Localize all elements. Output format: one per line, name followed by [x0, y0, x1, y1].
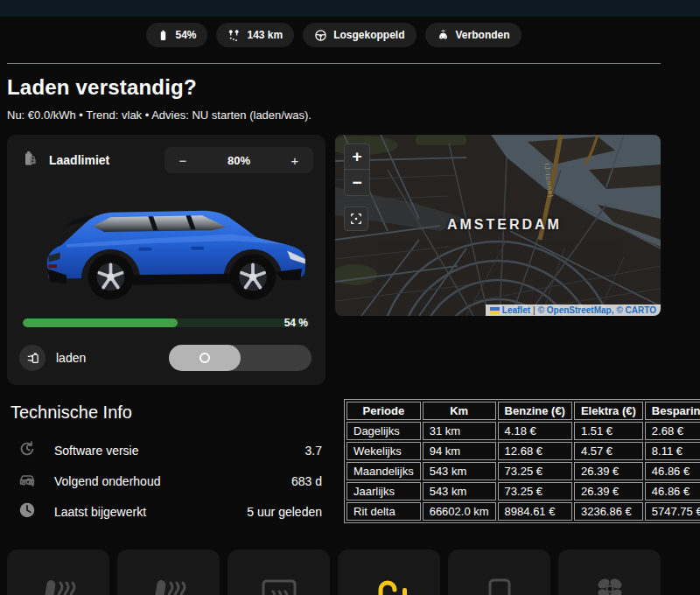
- window-defrost-icon: [258, 574, 300, 595]
- tech-value: 683 d: [291, 474, 322, 488]
- map-zoom-in-button[interactable]: +: [345, 144, 369, 170]
- tech-info-title: Technische Info: [10, 402, 326, 423]
- header-divider: [7, 63, 661, 64]
- clock-icon: [18, 500, 37, 523]
- tech-info-card: Technische Info Software versie 3.7: [7, 399, 326, 527]
- charging-toggle-label: laden: [56, 351, 169, 365]
- cell: 5747.75 €: [645, 502, 700, 521]
- battery-percent-label: 54 %: [284, 317, 308, 329]
- advice-subtitle: Nu: €0.0/kWh • Trend: vlak • Advies: NU …: [7, 108, 661, 122]
- route-icon: [228, 29, 241, 42]
- table-row: Maandelijks 543 km 73.25 € 26.39 € 46.86…: [346, 462, 700, 480]
- cell: 73.25 €: [498, 462, 572, 480]
- charge-limit-stepper: − 80% +: [164, 147, 313, 173]
- window-defrost-button[interactable]: Raam verwarming: [228, 550, 330, 595]
- cell: 26.39 €: [574, 462, 643, 480]
- action-tiles: Stoel links Stoel rechts: [7, 550, 661, 595]
- tech-label: Laatst bijgewerkt: [54, 505, 247, 519]
- cell: 543 km: [423, 482, 496, 500]
- tech-value: 3.7: [305, 444, 322, 458]
- connection-badge-label: Verbonden: [456, 29, 510, 41]
- window-icon: [479, 574, 521, 595]
- cell: Wekelijks: [346, 442, 421, 460]
- cell: 31 km: [423, 422, 496, 440]
- cell: 12.68 €: [498, 442, 572, 460]
- steering-wheel-icon: [314, 29, 327, 42]
- osm-link[interactable]: © OpenStreetMap,: [538, 305, 614, 315]
- connection-badge[interactable]: Verbonden: [425, 23, 522, 47]
- table-row: Jaarlijks 543 km 73.25 € 26.39 € 46.86 €: [346, 482, 700, 500]
- col-header: Besparing (€): [645, 402, 700, 420]
- toggle-handle: [169, 345, 241, 371]
- map-card[interactable]: + − AMSTERDAM IJ-tunnel Leaflet | © Open…: [335, 135, 661, 316]
- range-badge[interactable]: 143 km: [216, 23, 294, 47]
- cell: 46.86 €: [645, 482, 700, 500]
- climate-on-unlock-button[interactable]: Klimaat bij ontgrendelen: [338, 550, 440, 595]
- coupling-badge-label: Losgekoppeld: [333, 29, 404, 41]
- battery-lock-icon: [21, 149, 38, 172]
- cell: 2.68 €: [645, 422, 700, 440]
- map-city-label: AMSTERDAM: [447, 217, 562, 233]
- map-attribution: Leaflet | © OpenStreetMap, © CARTO: [486, 304, 661, 316]
- tech-item-updated[interactable]: Laatst bijgewerkt 5 uur geleden: [7, 496, 326, 527]
- top-strip: [0, 0, 700, 17]
- tech-value: 5 uur geleden: [247, 505, 322, 519]
- tech-label: Software versie: [54, 444, 305, 458]
- seat-heater-left-icon: [38, 574, 80, 595]
- tech-item-maintenance[interactable]: Volgend onderhoud 683 d: [7, 466, 326, 496]
- car-wrench-icon: [18, 470, 37, 493]
- cell: Rit delta: [346, 502, 421, 521]
- ac-fan-icon: A/C: [589, 574, 631, 595]
- col-header: Elektra (€): [574, 402, 643, 420]
- cell: 1.51 €: [574, 422, 643, 440]
- limit-value: 80%: [201, 154, 276, 167]
- battery-progress: 54 %: [23, 317, 310, 329]
- table-row: Dagelijks 31 km 4.18 € 1.51 € 2.68 €: [346, 422, 700, 440]
- cell: 26.39 €: [574, 482, 643, 500]
- battery-badge-label: 54%: [175, 29, 196, 41]
- cell: 8.11 €: [645, 442, 700, 460]
- seat-heater-right-button[interactable]: Stoel rechts: [117, 550, 220, 595]
- ukraine-flag-icon: [490, 307, 500, 314]
- battery-progress-fill: [23, 318, 178, 327]
- cell: Jaarlijks: [346, 482, 421, 500]
- page-title: Laden verstandig?: [7, 75, 661, 100]
- tech-item-software[interactable]: Software versie 3.7: [7, 435, 326, 466]
- charge-limit-label: Laadlimiet: [49, 153, 164, 167]
- limit-decrease-button[interactable]: −: [164, 147, 201, 173]
- car-connected-icon: [437, 29, 450, 42]
- battery-icon: [158, 29, 169, 42]
- map-zoom-out-button[interactable]: −: [345, 170, 369, 195]
- cell: 46.86 €: [645, 462, 700, 480]
- cell: Maandelijks: [346, 462, 421, 480]
- cell: 4.57 €: [574, 442, 643, 460]
- col-header: Benzine (€): [498, 402, 572, 420]
- leaflet-link[interactable]: Leaflet: [502, 305, 530, 315]
- window-heat-button[interactable]: Raam verwarmen: [448, 550, 550, 595]
- cell: 66602.0 km: [423, 502, 496, 521]
- lock-alert-icon: [368, 574, 410, 595]
- seat-heater-right-icon: [148, 574, 190, 595]
- cell: 3236.86 €: [574, 502, 643, 521]
- carto-link[interactable]: © CARTO: [616, 305, 656, 315]
- battery-progress-track: [23, 318, 310, 327]
- battery-badge[interactable]: 54%: [146, 23, 207, 47]
- status-badges: 54% 143 km Losgekoppeld Verbonden: [7, 23, 661, 47]
- coupling-badge[interactable]: Losgekoppeld: [303, 23, 416, 47]
- cell: Dagelijks: [346, 422, 421, 440]
- cost-comparison-table: Periode Km Benzine (€) Elektra (€) Bespa…: [344, 399, 700, 523]
- table-row: Wekelijks 94 km 12.68 € 4.57 € 8.11 €: [346, 442, 700, 460]
- charge-card: Laadlimiet − 80% +: [7, 135, 326, 385]
- tech-label: Volgend onderhoud: [54, 474, 291, 488]
- charging-toggle[interactable]: [169, 345, 312, 371]
- cell: 8984.61 €: [498, 502, 572, 521]
- map-locate-button[interactable]: [344, 206, 368, 231]
- charging-plug-icon: [19, 345, 46, 371]
- col-header: Km: [423, 402, 496, 420]
- table-row: Rit delta 66602.0 km 8984.61 € 3236.86 €…: [346, 502, 700, 521]
- limit-increase-button[interactable]: +: [276, 147, 313, 173]
- col-header: Periode: [346, 402, 421, 420]
- inside-temp-button[interactable]: A/C Binnen temp.: [558, 550, 661, 595]
- map-zoom-control: + −: [344, 144, 370, 196]
- seat-heater-left-button[interactable]: Stoel links: [7, 550, 109, 595]
